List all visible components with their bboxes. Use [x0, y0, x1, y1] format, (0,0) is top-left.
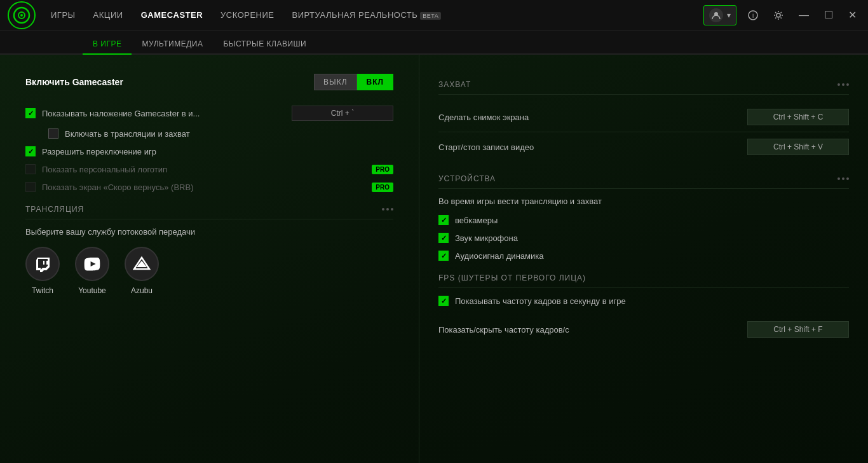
- nav-games[interactable]: ИГРЫ: [51, 8, 76, 22]
- brb-label: Показать экран «Скоро вернусь» (BRB): [42, 183, 193, 192]
- minimize-button[interactable]: —: [795, 7, 813, 24]
- mic-label: Звук микрофона: [455, 233, 518, 243]
- capture-menu-button[interactable]: [837, 83, 849, 86]
- screenshot-label: Сделать снимок экрана: [438, 113, 529, 122]
- device-speaker: ✓ Аудиосигнал динамика: [438, 251, 849, 261]
- tab-hotkeys[interactable]: БЫСТРЫЕ КЛАВИШИ: [213, 34, 316, 55]
- tabbar: В ИГРЕ МУЛЬТИМЕДИА БЫСТРЫЕ КЛАВИШИ: [0, 31, 868, 55]
- nav-actions[interactable]: АКЦИИ: [93, 8, 123, 22]
- screenshot-row: Сделать снимок экрана Ctrl + Shift + C: [438, 102, 849, 132]
- overlay-label: Показывать наложение Gamecaster в и...: [42, 109, 200, 118]
- toggle-off-button[interactable]: ВЫКЛ: [314, 74, 357, 90]
- svg-rect-8: [46, 261, 48, 265]
- info-button[interactable]: i: [744, 8, 762, 23]
- mic-checkbox[interactable]: ✓: [438, 233, 449, 243]
- main-content: Включить Gamecaster ВЫКЛ ВКЛ ✓ Показыват…: [0, 55, 868, 463]
- enable-gamecaster-label: Включить Gamecaster: [25, 77, 123, 87]
- switch-label: Разрешить переключение игр: [42, 147, 156, 156]
- titlebar: ИГРЫ АКЦИИ GAMECASTER УСКОРЕНИЕ ВИРТУАЛЬ…: [0, 0, 868, 31]
- service-youtube[interactable]: Youtube: [75, 247, 109, 295]
- svg-rect-7: [43, 261, 44, 265]
- fps-show-label: Показывать частоту кадров в секунду в иг…: [455, 296, 626, 306]
- overlay-shortcut[interactable]: Ctrl + `: [292, 106, 393, 121]
- logo-row: Показать персональный логотип PRO: [25, 164, 393, 174]
- webcam-label: вебкамеры: [455, 216, 498, 225]
- device-webcam: ✓ вебкамеры: [438, 215, 849, 225]
- record-key[interactable]: Ctrl + Shift + V: [747, 139, 849, 155]
- brb-checkbox[interactable]: [25, 182, 36, 192]
- svg-text:i: i: [752, 12, 754, 19]
- youtube-icon: [75, 247, 109, 281]
- devices-section-title: УСТРОЙСТВА: [438, 174, 849, 189]
- profile-button[interactable]: ▾: [703, 5, 736, 25]
- toggle-group: ВЫКЛ ВКЛ: [314, 74, 393, 90]
- enable-gamecaster-row: Включить Gamecaster ВЫКЛ ВКЛ: [25, 74, 393, 90]
- twitch-label: Twitch: [32, 286, 53, 295]
- services-row: Twitch Youtube Azubu: [25, 247, 393, 295]
- maximize-button[interactable]: ☐: [820, 6, 837, 24]
- fps-key[interactable]: Ctrl + Shift + F: [747, 321, 849, 338]
- fps-section-title: FPS (шутеры от первого лица): [438, 273, 849, 288]
- screenshot-key[interactable]: Ctrl + Shift + C: [747, 109, 849, 125]
- record-label: Старт/стоп записи видео: [438, 142, 534, 152]
- webcam-checkbox[interactable]: ✓: [438, 215, 449, 225]
- brb-pro-badge: PRO: [372, 183, 393, 192]
- speaker-label: Аудиосигнал динамика: [455, 251, 543, 261]
- speaker-checkbox[interactable]: ✓: [438, 251, 449, 261]
- right-panel: ЗАХВАТ Сделать снимок экрана Ctrl + Shif…: [419, 55, 868, 463]
- close-button[interactable]: ✕: [844, 6, 860, 24]
- dropdown-arrow: ▾: [727, 11, 731, 20]
- beta-badge: BETA: [420, 12, 441, 20]
- svg-point-2: [20, 14, 23, 17]
- azubu-label: Azubu: [131, 286, 153, 295]
- nav-vr[interactable]: ВИРТУАЛЬНАЯ РЕАЛЬНОСТЬBETA: [292, 8, 442, 22]
- youtube-label: Youtube: [78, 286, 106, 295]
- include-checkbox[interactable]: [48, 128, 58, 139]
- include-row: Включать в трансляции и захват: [48, 128, 393, 139]
- twitch-icon: [25, 247, 60, 281]
- nav-menu: ИГРЫ АКЦИИ GAMECASTER УСКОРЕНИЕ ВИРТУАЛЬ…: [51, 8, 441, 22]
- titlebar-controls: ▾ i — ☐ ✕: [703, 5, 860, 25]
- fps-show-row: ✓ Показывать частоту кадров в секунду в …: [438, 296, 849, 306]
- transmission-section-title: ТРАНСЛЯЦИЯ: [25, 205, 393, 219]
- brb-row: Показать экран «Скоро вернусь» (BRB) PRO: [25, 182, 393, 192]
- device-mic: ✓ Звук микрофона: [438, 233, 849, 243]
- transmission-sub: Выберите вашу службу потоковой передачи: [25, 227, 393, 237]
- azubu-icon: [125, 247, 159, 281]
- devices-menu-button[interactable]: [837, 177, 849, 180]
- tab-multimedia[interactable]: МУЛЬТИМЕДИА: [132, 34, 213, 55]
- include-label: Включать в трансляции и захват: [65, 129, 190, 139]
- devices-section: УСТРОЙСТВА Во время игры вести трансляци…: [438, 174, 849, 261]
- tab-ingame[interactable]: В ИГРЕ: [83, 34, 132, 55]
- service-azubu[interactable]: Azubu: [125, 247, 159, 295]
- overlay-checkbox[interactable]: ✓: [25, 108, 36, 118]
- app-logo: [8, 1, 36, 29]
- overlay-row: ✓ Показывать наложение Gamecaster в и...…: [25, 106, 393, 121]
- service-twitch[interactable]: Twitch: [25, 247, 60, 295]
- logo-checkbox[interactable]: [25, 164, 36, 174]
- capture-section-title: ЗАХВАТ: [438, 80, 849, 95]
- svg-point-6: [776, 13, 780, 17]
- profile-icon: [709, 8, 723, 22]
- transmission-menu-button[interactable]: [382, 208, 393, 211]
- logo-pro-badge: PRO: [372, 165, 393, 174]
- nav-boost[interactable]: УСКОРЕНИЕ: [220, 8, 274, 22]
- titlebar-left: ИГРЫ АКЦИИ GAMECASTER УСКОРЕНИЕ ВИРТУАЛЬ…: [8, 1, 441, 29]
- capture-section: ЗАХВАТ Сделать снимок экрана Ctrl + Shif…: [438, 80, 849, 162]
- logo-label: Показать персональный логотип: [42, 165, 167, 174]
- left-panel: Включить Gamecaster ВЫКЛ ВКЛ ✓ Показыват…: [0, 55, 419, 463]
- fps-toggle-label: Показать/скрыть частоту кадров/с: [438, 325, 569, 335]
- nav-gamecaster[interactable]: GAMECASTER: [141, 8, 203, 22]
- fps-section: FPS (шутеры от первого лица) ✓ Показыват…: [438, 273, 849, 344]
- switch-checkbox[interactable]: ✓: [25, 146, 36, 156]
- record-row: Старт/стоп записи видео Ctrl + Shift + V: [438, 132, 849, 162]
- fps-toggle-row: Показать/скрыть частоту кадров/с Ctrl + …: [438, 315, 849, 344]
- devices-sub: Во время игры вести трансляцию и захват: [438, 197, 849, 206]
- switch-row: ✓ Разрешить переключение игр: [25, 146, 393, 156]
- fps-show-checkbox[interactable]: ✓: [438, 296, 449, 306]
- toggle-on-button[interactable]: ВКЛ: [357, 74, 393, 90]
- settings-button[interactable]: [770, 8, 787, 23]
